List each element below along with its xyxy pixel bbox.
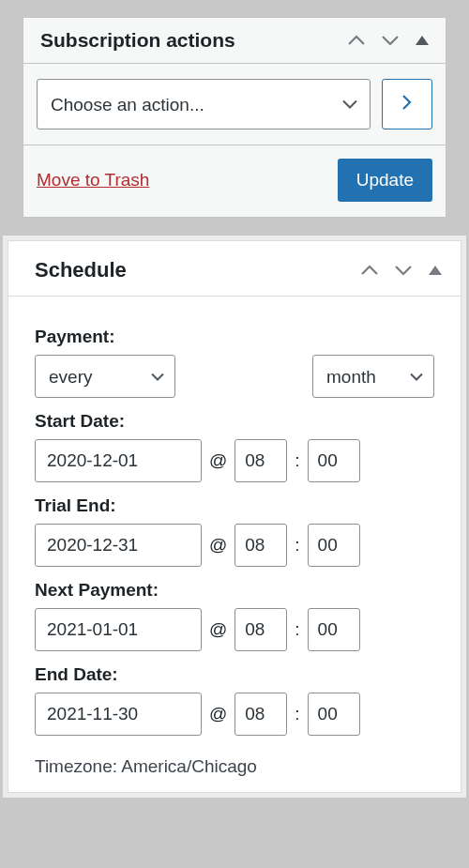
end-date-input[interactable] xyxy=(35,693,202,736)
timezone-line: Timezone: America/Chicago xyxy=(35,756,434,777)
frequency-select-wrapper: every xyxy=(35,355,175,398)
subscription-actions-header: Subscription actions xyxy=(23,18,446,64)
next-payment-date-input[interactable] xyxy=(35,608,202,651)
move-up-icon[interactable] xyxy=(361,265,378,276)
schedule-body: Payment: every month Start Date: xyxy=(8,297,461,784)
payment-label: Payment: xyxy=(35,327,434,347)
move-to-trash-link[interactable]: Move to Trash xyxy=(37,170,149,190)
panel-header-controls xyxy=(348,35,429,46)
trial-end-date-input[interactable] xyxy=(35,524,202,567)
next-payment-minute-input[interactable] xyxy=(308,608,360,651)
panel-header-controls xyxy=(361,265,442,276)
move-up-icon[interactable] xyxy=(348,35,365,46)
start-date-row: @ : xyxy=(35,439,434,482)
collapse-toggle-icon[interactable] xyxy=(429,266,442,275)
trial-end-hour-input[interactable] xyxy=(234,524,287,567)
collapse-toggle-icon[interactable] xyxy=(416,36,429,45)
subscription-actions-body: Choose an action... xyxy=(23,64,446,145)
timezone-value: America/Chicago xyxy=(121,756,257,776)
schedule-header: Schedule xyxy=(8,241,461,297)
period-select[interactable]: month xyxy=(312,355,434,398)
colon-separator: : xyxy=(295,535,299,556)
period-select-wrapper: month xyxy=(312,355,434,398)
start-date-input[interactable] xyxy=(35,439,202,482)
execute-action-button[interactable] xyxy=(382,79,432,129)
frequency-select[interactable]: every xyxy=(35,355,175,398)
at-separator: @ xyxy=(209,535,227,556)
schedule-panel: Schedule Payment: every xyxy=(8,240,461,793)
at-separator: @ xyxy=(209,450,227,471)
trial-end-minute-input[interactable] xyxy=(308,524,360,567)
end-minute-input[interactable] xyxy=(308,693,360,736)
start-date-label: Start Date: xyxy=(35,411,434,432)
colon-separator: : xyxy=(295,704,299,724)
end-hour-input[interactable] xyxy=(234,693,287,736)
payment-row: every month xyxy=(35,355,434,398)
subscription-actions-footer: Move to Trash Update xyxy=(23,145,446,217)
next-payment-label: Next Payment: xyxy=(35,580,434,601)
end-date-label: End Date: xyxy=(35,664,434,685)
start-minute-input[interactable] xyxy=(308,439,360,482)
action-select[interactable]: Choose an action... xyxy=(37,79,371,129)
at-separator: @ xyxy=(209,619,227,640)
schedule-title: Schedule xyxy=(35,258,127,282)
move-down-icon[interactable] xyxy=(395,265,412,276)
action-select-wrapper: Choose an action... xyxy=(37,79,371,129)
next-payment-row: @ : xyxy=(35,608,434,651)
trial-end-label: Trial End: xyxy=(35,495,434,516)
end-date-row: @ : xyxy=(35,693,434,736)
start-hour-input[interactable] xyxy=(234,439,287,482)
at-separator: @ xyxy=(209,704,227,724)
move-down-icon[interactable] xyxy=(382,35,399,46)
subscription-actions-title: Subscription actions xyxy=(40,29,235,52)
subscription-actions-panel: Subscription actions Choose an action... xyxy=(23,17,446,218)
update-button[interactable]: Update xyxy=(338,159,432,202)
trial-end-row: @ : xyxy=(35,524,434,567)
next-payment-hour-input[interactable] xyxy=(234,608,287,651)
colon-separator: : xyxy=(295,619,299,640)
colon-separator: : xyxy=(295,450,299,471)
timezone-prefix: Timezone: xyxy=(35,756,121,776)
chevron-right-icon xyxy=(402,95,412,114)
